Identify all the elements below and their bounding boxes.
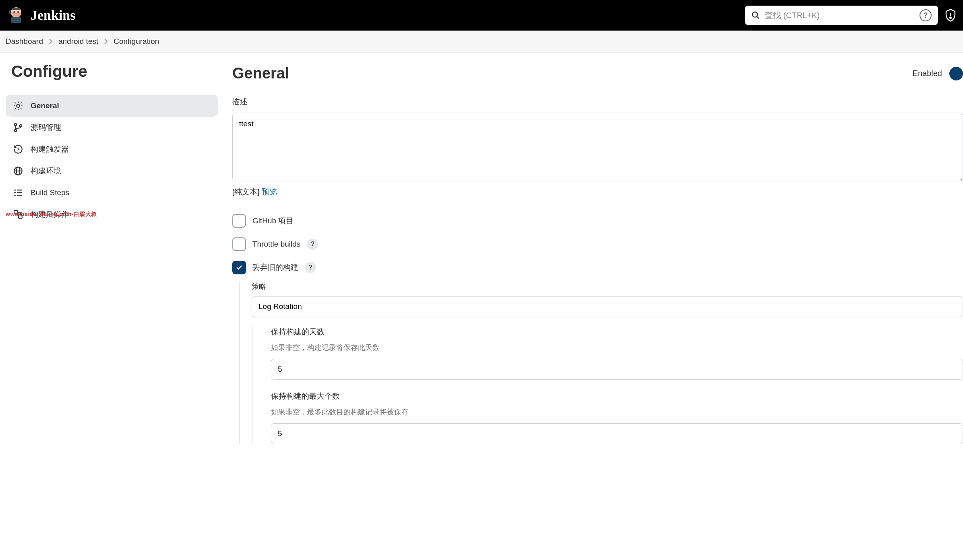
search-icon: [751, 11, 760, 20]
strategy-select[interactable]: [252, 296, 963, 317]
description-label: 描述: [232, 97, 963, 107]
breadcrumb-configuration[interactable]: Configuration: [114, 37, 159, 46]
search-input[interactable]: [765, 11, 915, 20]
header-right: ?: [745, 6, 957, 25]
sidebar-item-label: 源码管理: [31, 122, 61, 133]
sidebar: Configure General 源码管理: [0, 53, 223, 467]
max-hint: 如果非空，最多此数目的构建记录将被保存: [271, 407, 963, 417]
watermark-text: www.baimeidashu.com-白眉大叔: [6, 211, 97, 218]
sidebar-item-label: General: [31, 101, 59, 110]
days-input[interactable]: [271, 359, 963, 380]
content-header: General Enabled: [232, 65, 963, 82]
svg-point-2: [17, 11, 19, 13]
chevron-right-icon: [104, 39, 108, 44]
svg-rect-3: [11, 17, 21, 23]
preview-link[interactable]: 预览: [262, 187, 277, 196]
svg-point-8: [950, 17, 951, 19]
description-format: [纯文本] 预览: [232, 187, 963, 197]
description-textarea[interactable]: [232, 113, 963, 181]
svg-line-6: [757, 16, 759, 19]
throttle-help-icon[interactable]: ?: [307, 239, 318, 250]
max-label: 保持构建的最大个数: [271, 391, 963, 401]
svg-point-11: [14, 130, 17, 132]
throttle-builds-label: Throttle builds: [252, 240, 300, 249]
search-box[interactable]: ?: [745, 6, 938, 25]
svg-point-9: [17, 104, 20, 107]
gear-icon: [13, 101, 23, 111]
sidebar-item-scm[interactable]: 源码管理: [6, 117, 218, 138]
svg-point-12: [20, 125, 22, 127]
log-rotation-block: 保持构建的天数 如果非空，构建记录将保存此天数 保持构建的最大个数 如果非空，最…: [252, 327, 963, 444]
breadcrumb-project[interactable]: android test: [58, 37, 98, 46]
app-header: Jenkins ?: [0, 0, 963, 31]
svg-point-1: [13, 11, 15, 13]
history-icon: [13, 144, 23, 154]
discard-nested-block: 策略 保持构建的天数 如果非空，构建记录将保存此天数 保持构建的最大个数 如果非…: [239, 282, 963, 444]
discard-old-label: 丢弃旧的构建: [252, 262, 298, 273]
svg-rect-4: [12, 8, 20, 10]
github-project-checkbox[interactable]: [232, 214, 246, 228]
sidebar-title: Configure: [6, 62, 218, 80]
discard-old-checkbox[interactable]: [232, 261, 246, 274]
svg-point-10: [14, 124, 17, 126]
throttle-builds-row: Throttle builds ?: [232, 237, 963, 251]
github-project-label: GitHub 项目: [252, 216, 293, 226]
enabled-toggle[interactable]: [949, 67, 963, 80]
help-icon[interactable]: ?: [920, 9, 932, 21]
shield-warning-icon[interactable]: [944, 8, 957, 22]
section-title: General: [232, 65, 289, 82]
strategy-label: 策略: [252, 282, 963, 291]
sidebar-item-triggers[interactable]: 构建触发器: [6, 138, 218, 160]
sidebar-item-post-build[interactable]: www.baimeidashu.com-白眉大叔 构建后操作: [6, 204, 218, 225]
sidebar-item-label: 构建环境: [31, 166, 61, 176]
days-label: 保持构建的天数: [271, 327, 963, 337]
globe-icon: [13, 166, 23, 176]
enabled-toggle-group: Enabled: [913, 67, 963, 80]
enabled-label: Enabled: [913, 69, 942, 78]
svg-point-5: [752, 12, 758, 17]
sidebar-item-label: 构建触发器: [31, 144, 69, 154]
discard-help-icon[interactable]: ?: [305, 262, 316, 273]
github-project-row: GitHub 项目: [232, 214, 963, 228]
breadcrumb-dashboard[interactable]: Dashboard: [6, 37, 43, 46]
discard-old-row: 丢弃旧的构建 ?: [232, 261, 963, 274]
brand-text[interactable]: Jenkins: [31, 8, 76, 23]
breadcrumb: Dashboard android test Configuration: [0, 31, 963, 53]
sidebar-item-general[interactable]: General: [6, 95, 218, 117]
sidebar-item-build-steps[interactable]: Build Steps: [6, 182, 218, 204]
days-hint: 如果非空，构建记录将保存此天数: [271, 343, 963, 352]
max-field-group: 保持构建的最大个数 如果非空，最多此数目的构建记录将被保存: [271, 391, 963, 444]
days-field-group: 保持构建的天数 如果非空，构建记录将保存此天数: [271, 327, 963, 380]
content-area: General Enabled 描述 [纯文本] 预览 GitHub 项目 Th…: [223, 53, 963, 467]
jenkins-logo-icon[interactable]: [6, 6, 26, 25]
branch-icon: [13, 122, 23, 133]
max-input[interactable]: [271, 423, 963, 444]
steps-icon: [13, 187, 23, 198]
throttle-builds-checkbox[interactable]: [232, 237, 246, 251]
header-left: Jenkins: [6, 6, 76, 25]
format-prefix: [纯文本]: [232, 187, 260, 196]
main-layout: Configure General 源码管理: [0, 53, 963, 467]
sidebar-item-environment[interactable]: 构建环境: [6, 160, 218, 182]
chevron-right-icon: [49, 39, 53, 44]
sidebar-item-label: Build Steps: [31, 188, 69, 197]
